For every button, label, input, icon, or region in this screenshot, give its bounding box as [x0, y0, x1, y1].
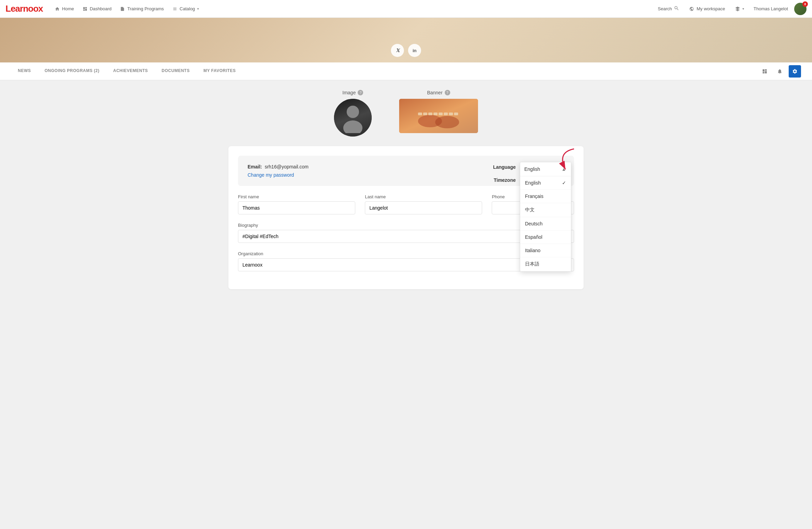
building-chevron-icon: ▾: [742, 7, 744, 11]
svg-rect-6: [423, 113, 427, 115]
profile-image-inner: [334, 99, 372, 137]
lang-option-italiano[interactable]: Italiano: [520, 244, 571, 257]
top-navigation: Learnoox Home Dashboard Training Program…: [0, 0, 812, 18]
dropdown-collapse-button[interactable]: ▲: [561, 166, 567, 173]
banner-image[interactable]: [399, 99, 478, 133]
linkedin-button[interactable]: in: [408, 44, 421, 57]
nav-training-programs[interactable]: Training Programs: [116, 4, 167, 14]
lang-option-chinese[interactable]: 中文: [520, 203, 571, 217]
svg-rect-2: [399, 99, 478, 133]
language-dropdown: English ▲ English ✓ Français: [520, 162, 571, 272]
subnav-my-favorites[interactable]: My Favorites: [196, 63, 242, 80]
nav-right: Search My workspace ▾ Thomas Langelot 8: [654, 3, 807, 15]
nav-my-workspace[interactable]: My workspace: [685, 4, 728, 14]
avatar-wrapper: 8: [794, 3, 807, 15]
profile-form-card: Email: srh16@yopmail.com Change my passw…: [228, 146, 584, 289]
main-content: Image ? Banner ?: [217, 80, 595, 299]
profile-banner-area: 𝕏 in: [0, 18, 812, 62]
search-button[interactable]: Search: [654, 3, 683, 14]
lang-option-english-selected[interactable]: English ✓: [520, 176, 571, 190]
settings-icon-button[interactable]: [789, 65, 801, 78]
svg-rect-8: [433, 113, 438, 115]
image-banner-row: Image ? Banner ?: [228, 90, 584, 137]
subnav-right-icons: [759, 65, 801, 78]
svg-point-1: [343, 120, 362, 133]
logo[interactable]: Learnoox: [5, 3, 43, 14]
workspace-icon: [689, 6, 694, 12]
lang-option-francais[interactable]: Français: [520, 190, 571, 203]
subnav-items: News Ongoing Programs (2) Achievements D…: [11, 63, 759, 80]
check-icon: ✓: [562, 180, 566, 186]
first-name-group: First name: [238, 194, 355, 214]
nav-dashboard[interactable]: Dashboard: [79, 4, 115, 14]
dashboard-icon: [82, 6, 88, 12]
profile-subnav: News Ongoing Programs (2) Achievements D…: [0, 62, 812, 80]
lang-option-japanese[interactable]: 日本語: [520, 257, 571, 271]
image-section: Image ?: [334, 90, 372, 137]
email-language-card: Email: srh16@yopmail.com Change my passw…: [238, 156, 574, 186]
nav-items: Home Dashboard Training Programs Catalog…: [51, 4, 654, 14]
social-icons-row: 𝕏 in: [391, 44, 421, 57]
stats-icon-button[interactable]: [759, 65, 771, 78]
last-name-input[interactable]: [365, 201, 482, 214]
nav-home[interactable]: Home: [51, 4, 77, 14]
notification-badge: 8: [802, 1, 808, 7]
svg-rect-5: [418, 113, 422, 115]
subnav-documents[interactable]: Documents: [155, 63, 196, 80]
subnav-news[interactable]: News: [11, 63, 38, 80]
subnav-ongoing-programs[interactable]: Ongoing Programs (2): [38, 63, 106, 80]
twitter-icon: 𝕏: [396, 48, 399, 53]
linkedin-icon: in: [413, 48, 417, 53]
lang-option-deutsch[interactable]: Deutsch: [520, 217, 571, 231]
banner-label: Banner ?: [427, 90, 450, 95]
nav-catalog[interactable]: Catalog ▾: [169, 4, 202, 14]
language-timezone-section: Language English ▲ English ▲: [488, 162, 564, 188]
banner-image-inner: [399, 99, 478, 133]
nav-username[interactable]: Thomas Langelot: [750, 4, 791, 13]
svg-rect-11: [449, 113, 453, 115]
twitter-button[interactable]: 𝕏: [391, 44, 404, 57]
training-icon: [120, 6, 125, 12]
search-icon: [674, 5, 679, 12]
svg-rect-7: [428, 113, 432, 115]
svg-rect-12: [454, 113, 458, 115]
language-dropdown-container: English ▲ English ✓ Français: [520, 162, 571, 272]
language-select-wrapper: English ▲ English ▲ English: [520, 162, 564, 172]
image-help-icon[interactable]: ?: [358, 90, 363, 95]
svg-rect-9: [439, 113, 443, 115]
dropdown-header: English ▲: [520, 162, 571, 176]
first-name-label: First name: [238, 194, 355, 199]
lang-option-espanol[interactable]: Español: [520, 231, 571, 244]
banner-section: Banner ?: [399, 90, 478, 137]
home-icon: [55, 6, 60, 12]
language-row: Language English ▲ English ▲: [488, 162, 564, 172]
change-password-link[interactable]: Change my password: [248, 172, 294, 178]
svg-point-4: [435, 116, 459, 128]
nav-building-icon-area[interactable]: ▾: [731, 4, 748, 14]
subnav-achievements[interactable]: Achievements: [106, 63, 155, 80]
svg-rect-10: [444, 113, 448, 115]
first-name-input[interactable]: [238, 201, 355, 214]
image-label: Image ?: [343, 90, 363, 95]
banner-help-icon[interactable]: ?: [445, 90, 450, 95]
last-name-group: Last name: [365, 194, 482, 214]
bell-icon-button[interactable]: [774, 65, 786, 78]
building-icon: [735, 6, 740, 12]
catalog-chevron-icon: ▾: [197, 7, 199, 11]
last-name-label: Last name: [365, 194, 482, 199]
catalog-icon: [172, 6, 178, 12]
svg-point-0: [347, 106, 359, 118]
profile-image[interactable]: [334, 99, 372, 137]
